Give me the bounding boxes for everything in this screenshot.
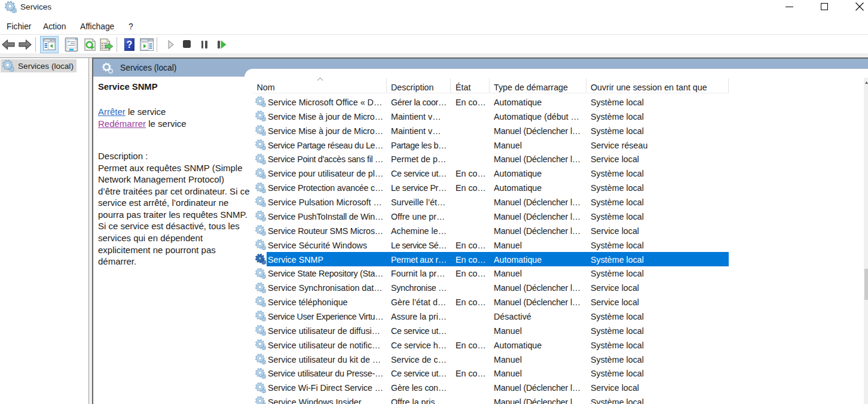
svg-text:?: ? [127, 40, 133, 50]
